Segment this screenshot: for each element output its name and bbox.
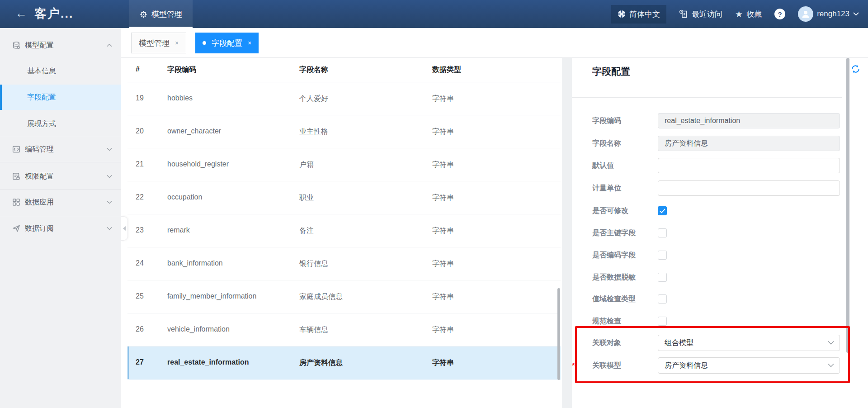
table-cell: 业主性格 [299, 127, 328, 137]
field-checkbox[interactable] [658, 317, 667, 326]
content-area: # 字段编码 字段名称 数据类型 19hobbies个人爱好字符串20owner… [121, 58, 868, 408]
required-asterisk: * [572, 361, 575, 370]
field-label: 是否数据脱敏 [592, 273, 636, 282]
tab-field-config[interactable]: 字段配置 × [195, 33, 259, 53]
table-cell: 27 [136, 358, 144, 366]
table-cell: 字符串 [432, 160, 454, 170]
tab-model-management[interactable]: 模型管理 × [131, 33, 186, 53]
model-layers-icon [12, 41, 20, 49]
table-cell: 银行信息 [299, 259, 328, 269]
field-row: 是否主键字段 [572, 225, 868, 241]
table-cell: 22 [136, 193, 144, 201]
top-navbar: ← 客户... 模型管理 简体中文 [0, 0, 868, 28]
top-tab-model-management[interactable]: 模型管理 [129, 0, 193, 28]
table-cell: 房产资料信息 [299, 358, 343, 368]
table-cell: 家庭成员信息 [299, 292, 343, 302]
chevron-down-icon [828, 364, 834, 368]
help-button[interactable]: ? [774, 9, 785, 19]
field-input[interactable] [658, 113, 840, 128]
select-value: 房产资料信息 [665, 361, 708, 370]
sidebar-group-data-application[interactable]: 数据应用 [0, 192, 121, 212]
field-checkbox[interactable] [658, 294, 667, 304]
panel-divider [572, 97, 842, 98]
table-row[interactable]: 19hobbies个人爱好字符串 [127, 82, 561, 115]
sidebar-item-display-mode[interactable]: 展现方式 [0, 112, 121, 136]
field-select[interactable]: 房产资料信息 [658, 357, 840, 374]
table-cell: 字符串 [432, 94, 454, 104]
recent-visits[interactable]: 最近访问 [679, 9, 722, 19]
globe-icon [618, 10, 626, 18]
panel-scrollbar[interactable] [846, 58, 849, 353]
close-icon[interactable]: × [175, 39, 179, 47]
field-checkbox[interactable] [658, 228, 667, 237]
code-box-icon [12, 145, 20, 153]
recent-label: 最近访问 [692, 9, 722, 19]
sidebar-group-model-config[interactable]: 模型配置 [0, 35, 121, 55]
refresh-icon[interactable] [850, 64, 861, 74]
language-label: 简体中文 [629, 9, 660, 19]
col-index: # [136, 65, 140, 73]
table-cell: 21 [136, 160, 144, 168]
table-cell: 20 [136, 127, 144, 135]
table-row[interactable]: 21household_register户籍字符串 [127, 148, 561, 181]
table-row[interactable]: 23remark备注字符串 [127, 214, 561, 247]
table-row[interactable]: 26vehicle_information车辆信息字符串 [127, 313, 561, 346]
back-arrow-icon[interactable]: ← [15, 6, 27, 20]
table-cell: 字符串 [432, 325, 454, 335]
sidebar-group-code-management[interactable]: 编码管理 [0, 139, 121, 159]
table-cell: 24 [136, 259, 144, 267]
sidebar-collapse-handle[interactable] [121, 216, 128, 241]
field-checkbox[interactable] [658, 251, 667, 260]
field-row: 是否编码字段 [572, 247, 868, 263]
field-label: 是否编码字段 [592, 251, 636, 260]
avatar [798, 6, 813, 22]
table-cell: real_estate_information [167, 358, 249, 366]
table-cell: 23 [136, 226, 144, 234]
table-scrollbar[interactable] [557, 288, 560, 380]
field-select[interactable]: 组合模型 [658, 335, 840, 351]
table-row[interactable]: 20owner_character业主性格字符串 [127, 115, 561, 148]
table-cell: 字符串 [432, 358, 454, 368]
sidebar-item-basic-info[interactable]: 基本信息 [0, 59, 121, 83]
table-row[interactable]: 22occupation职业字符串 [127, 181, 561, 214]
sidebar-group-permission-config[interactable]: 权限配置 [0, 166, 121, 186]
field-checkbox[interactable] [658, 206, 667, 215]
field-checkbox[interactable] [658, 273, 667, 282]
doc-lock-icon [12, 172, 20, 180]
sidebar-item-field-config[interactable]: 字段配置 [0, 85, 121, 110]
table-row[interactable]: 25family_member_information家庭成员信息字符串 [127, 280, 561, 313]
table-cell: 字符串 [432, 226, 454, 236]
favorites-label: 收藏 [746, 9, 762, 19]
table-cell: 19 [136, 94, 144, 102]
gear-icon [140, 10, 147, 18]
field-input[interactable] [658, 136, 840, 151]
table-cell: 26 [136, 325, 144, 333]
select-value: 组合模型 [665, 338, 693, 348]
language-switcher[interactable]: 简体中文 [611, 5, 666, 24]
active-dot-icon [203, 41, 206, 45]
field-row: 计量单位 [572, 180, 868, 196]
sidebar-group-data-subscription[interactable]: 数据订阅 [0, 218, 121, 238]
field-row: 字段编码 [572, 113, 868, 129]
table-row[interactable]: 24bank_information银行信息字符串 [127, 247, 561, 280]
field-row: 字段名称 [572, 135, 868, 152]
page-tab-bar: 模型管理 × 字段配置 × [121, 28, 868, 58]
user-menu[interactable]: rengh123 [798, 6, 859, 22]
paper-plane-icon [12, 224, 20, 232]
table-cell: 个人爱好 [299, 94, 328, 104]
table-cell: 字符串 [432, 292, 454, 302]
table-row[interactable]: 27real_estate_information房产资料信息字符串 [127, 346, 561, 380]
star-icon: ★ [735, 9, 743, 19]
chevron-down-icon [853, 12, 859, 16]
chevron-up-icon [107, 44, 112, 47]
field-input[interactable] [658, 180, 840, 196]
table-cell: hobbies [167, 94, 193, 102]
col-data-type: 数据类型 [432, 65, 461, 75]
table-cell: vehicle_information [167, 325, 230, 333]
close-icon[interactable]: × [248, 39, 251, 47]
navbar-right-menu: 简体中文 最近访问 ★ 收藏 ? [611, 0, 868, 28]
chevron-down-icon [828, 341, 834, 345]
favorites[interactable]: ★ 收藏 [735, 9, 762, 19]
field-label: 值域检查类型 [592, 294, 636, 304]
field-input[interactable] [658, 158, 840, 173]
